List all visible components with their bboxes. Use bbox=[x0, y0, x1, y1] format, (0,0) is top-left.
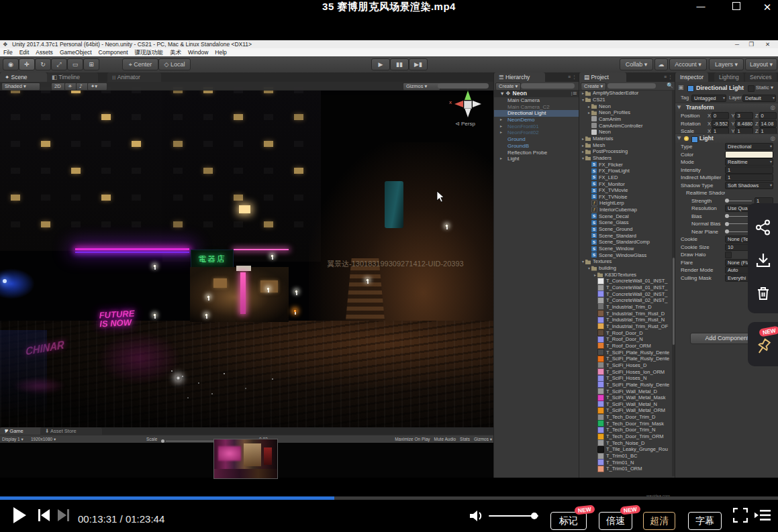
project-item[interactable]: T_SciFi_Hoses_N bbox=[579, 375, 671, 382]
light-gizmo-icon[interactable] bbox=[271, 254, 274, 258]
project-item[interactable]: ▸Neon_Profiles bbox=[579, 109, 671, 116]
shading-mode-dropdown[interactable]: Shaded ▾ bbox=[1, 83, 40, 91]
share-icon[interactable] bbox=[755, 219, 771, 235]
project-item[interactable]: ▾Textures bbox=[579, 258, 671, 265]
project-item[interactable]: T_SciFi_Plate_Rusty_Dente bbox=[579, 382, 671, 388]
vector-field[interactable]: -9.552 bbox=[712, 120, 729, 127]
light-gizmo-icon[interactable] bbox=[153, 264, 156, 268]
minimize-icon[interactable]: — bbox=[693, 1, 708, 11]
hierarchy-search-input[interactable] bbox=[521, 83, 575, 89]
orange-light-gizmo-icon[interactable] bbox=[293, 309, 297, 313]
collab-button[interactable]: Collab ▾ bbox=[620, 58, 653, 70]
gameobject-name[interactable]: Directional Light bbox=[696, 85, 744, 91]
move-tool-icon[interactable]: ✛ bbox=[19, 58, 35, 70]
rotate-tool-icon[interactable]: ↻ bbox=[35, 58, 51, 70]
project-item[interactable]: SFX_Flicker bbox=[579, 161, 671, 168]
project-item[interactable]: SScene_StandardComp bbox=[579, 239, 671, 246]
axis-x-cone[interactable] bbox=[454, 101, 463, 107]
project-search-input[interactable] bbox=[607, 83, 656, 89]
project-item[interactable]: SScene_Ground bbox=[579, 226, 671, 233]
layout-button[interactable]: Layout ▾ bbox=[745, 58, 777, 70]
project-item[interactable]: T_Trim01_ORM bbox=[579, 466, 671, 472]
project-item[interactable]: T_Industrial_Trim_D bbox=[579, 304, 671, 311]
tag-dropdown[interactable]: Untagged▾ bbox=[691, 95, 726, 102]
project-item[interactable]: Neon bbox=[579, 129, 671, 136]
gear-icon[interactable]: ◎ bbox=[771, 103, 775, 112]
vector-field[interactable]: 0 bbox=[759, 112, 777, 119]
layers-button[interactable]: Layers ▾ bbox=[709, 58, 744, 70]
project-item[interactable]: T_Tech_Door_Trim_D bbox=[579, 414, 671, 421]
trash-icon[interactable] bbox=[755, 285, 771, 301]
hierarchy-item[interactable]: Main Camera_C2 bbox=[494, 104, 579, 111]
color-swatch[interactable] bbox=[725, 151, 773, 158]
dropdown-field[interactable]: Soft Shadows▾ bbox=[725, 182, 773, 189]
expand-arrow-icon[interactable]: ▾ bbox=[587, 266, 591, 270]
layer-dropdown[interactable]: Default▾ bbox=[742, 95, 776, 102]
project-item[interactable]: T_Industrial_Trim_Rust_D bbox=[579, 310, 671, 317]
project-item[interactable]: T_ConcreteWall_01_INST_ bbox=[579, 284, 671, 291]
project-item[interactable]: T_SciFi_Plate_Rusty_Dente bbox=[579, 349, 671, 356]
expand-arrow-icon[interactable]: ▸ bbox=[581, 136, 585, 141]
player-button-4[interactable]: 字幕 bbox=[688, 512, 722, 530]
space-local-button[interactable]: ◇ Local bbox=[158, 58, 191, 70]
project-item[interactable]: T_SciFi_Wall_Metal_Mask bbox=[579, 394, 671, 401]
hand-tool-icon[interactable]: ◉ bbox=[3, 58, 19, 70]
axis-y-cone[interactable] bbox=[465, 91, 471, 100]
dropdown-field[interactable]: Realtime▾ bbox=[725, 158, 773, 166]
project-item[interactable]: T_Roof_Door_ORM bbox=[579, 343, 671, 350]
light-gizmo-icon[interactable] bbox=[207, 295, 210, 299]
expand-arrow-icon[interactable]: ▸ bbox=[500, 117, 502, 123]
draw-halo-checkbox[interactable] bbox=[725, 252, 732, 258]
project-item[interactable]: ▸K83DTextures bbox=[579, 271, 671, 278]
project-item[interactable]: ▸AmplifyShaderEditor bbox=[579, 90, 671, 97]
slider-knob[interactable] bbox=[725, 229, 729, 233]
project-item[interactable]: SScene_Standard bbox=[579, 232, 671, 239]
project-item[interactable]: ▾CS21 bbox=[579, 97, 671, 103]
download-icon[interactable] bbox=[755, 252, 771, 268]
slider-track[interactable] bbox=[725, 201, 752, 201]
light-gizmo-icon[interactable] bbox=[295, 290, 298, 293]
search-filter-icon[interactable]: 🔍 bbox=[667, 83, 673, 89]
game-option-maximize-on-play[interactable]: Maximize On Play bbox=[395, 437, 430, 441]
scene-orientation-gizmo[interactable]: y x ⊲ Persp bbox=[450, 86, 490, 131]
hierarchy-item[interactable]: Main Camera bbox=[494, 97, 579, 104]
scale-tool-icon[interactable]: ⤢ bbox=[51, 58, 67, 70]
axis-z-cone[interactable] bbox=[473, 101, 481, 107]
hierarchy-scene-row[interactable]: ▾ ❖Neon ⁝≡ bbox=[494, 90, 579, 97]
project-item[interactable]: ƒHeightLerp bbox=[579, 200, 671, 207]
project-item[interactable]: SScene_Decal bbox=[579, 213, 671, 219]
expand-arrow-icon[interactable]: ▾ bbox=[581, 259, 585, 264]
project-item[interactable]: ▾building bbox=[579, 265, 671, 272]
slider-knob[interactable] bbox=[725, 214, 729, 218]
pause-button[interactable]: ▮▮ bbox=[390, 58, 409, 70]
player-button-3[interactable]: 超清 bbox=[643, 512, 675, 530]
tab-inspector[interactable]: Inspector bbox=[675, 72, 708, 82]
prev-episode-icon[interactable] bbox=[38, 509, 51, 521]
cloud-icon[interactable]: ☁ bbox=[654, 58, 668, 70]
effects-dropdown-icon[interactable]: ✦▾ bbox=[87, 83, 107, 91]
vector-field[interactable]: 14.08 bbox=[759, 120, 777, 127]
hierarchy-item[interactable]: Directional Light bbox=[494, 110, 579, 117]
tab-services[interactable]: Services bbox=[745, 72, 777, 82]
scale-slider-knob[interactable] bbox=[161, 439, 164, 443]
hierarchy-item[interactable]: ▸NeonFront01 bbox=[494, 123, 579, 130]
menu-item[interactable]: Assets bbox=[32, 48, 56, 56]
tab-animator[interactable]: ⁝⁝ Animator bbox=[107, 72, 161, 82]
expand-arrow-icon[interactable]: ▸ bbox=[500, 123, 502, 130]
project-item[interactable]: T_SciFi_Plate_Rusty_Dente bbox=[579, 356, 671, 362]
project-item[interactable]: T_Roof_Door_N bbox=[579, 336, 671, 343]
panel-menu-icon[interactable]: ≡ ⋮ bbox=[568, 74, 577, 80]
project-item[interactable]: T_Tile_Leaky_Grunge_Rou bbox=[579, 446, 671, 453]
project-item[interactable]: T_Roof_Door_D bbox=[579, 329, 671, 336]
project-item[interactable]: T_ConcreteWall_02_INST_ bbox=[579, 297, 671, 304]
expand-arrow-icon[interactable]: ▾ bbox=[581, 97, 585, 102]
expand-arrow-icon[interactable]: ▸ bbox=[581, 143, 585, 148]
tab-game[interactable]: 🎔 Game bbox=[0, 427, 44, 435]
project-item[interactable]: SScene_WindowGlass bbox=[579, 252, 671, 258]
unity-maximize-icon[interactable]: ❐ bbox=[748, 40, 754, 48]
close-icon[interactable]: ✕ bbox=[760, 1, 775, 13]
menu-item[interactable]: Help bbox=[211, 48, 230, 56]
project-item[interactable]: T_ConcreteWall_01_INST_ bbox=[579, 278, 671, 284]
player-button-2[interactable]: 倍速NEW bbox=[599, 512, 632, 530]
panel-menu-icon[interactable]: ≡ ⋮ bbox=[664, 74, 673, 80]
